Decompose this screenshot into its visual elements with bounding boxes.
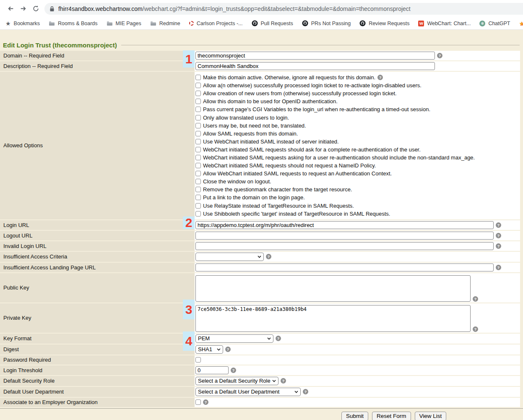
footer-buttons: Submit Reset Form View List bbox=[341, 412, 523, 420]
private-key-row: Private Key 7ce50036-3c3b-11ee-8689-a21a… bbox=[0, 303, 520, 333]
checkbox[interactable] bbox=[195, 139, 201, 144]
bookmark-prs-not-passing[interactable]: PRs Not Passing bbox=[302, 20, 351, 26]
bookmark-carlson-projects[interactable]: Carlson Projects -... bbox=[189, 21, 243, 26]
allowed-options-label: Allowed Options bbox=[0, 72, 195, 219]
checkbox[interactable] bbox=[195, 187, 201, 192]
help-icon[interactable]: ? bbox=[496, 243, 501, 249]
browser-chrome: fhirr4sandbox.webchartnow.com/webchart.c… bbox=[0, 0, 523, 30]
option-item: Allow this domain to be used for OpenID … bbox=[195, 97, 475, 105]
option-item: Use Shibboleth specific 'target' instead… bbox=[195, 210, 475, 218]
help-icon[interactable]: ? bbox=[276, 336, 281, 341]
chevron-down-icon bbox=[272, 380, 276, 382]
help-icon[interactable]: ? bbox=[225, 347, 231, 352]
star-icon: ★ bbox=[5, 21, 11, 26]
checkbox[interactable] bbox=[195, 155, 201, 160]
login-url-row: Login URL ? bbox=[0, 220, 520, 230]
password-required-checkbox[interactable] bbox=[195, 357, 201, 363]
checkbox[interactable] bbox=[195, 211, 201, 217]
bookmark-mie-pages[interactable]: MIE Pages bbox=[107, 21, 141, 26]
checkbox[interactable] bbox=[195, 147, 201, 152]
option-item: Users may be, but need not be, translate… bbox=[195, 122, 475, 130]
github-icon bbox=[302, 20, 308, 26]
option-item: Remove the questionmark character from t… bbox=[195, 185, 475, 193]
description-input[interactable] bbox=[195, 62, 435, 70]
insufficient-access-criteria-select[interactable] bbox=[195, 253, 264, 261]
bookmark-chatgpt[interactable]: ✻ ChatGPT bbox=[479, 21, 510, 26]
checkbox[interactable] bbox=[195, 131, 201, 136]
logout-url-row: Logout URL ? bbox=[0, 231, 520, 240]
browser-toolbar: fhirr4sandbox.webchartnow.com/webchart.c… bbox=[0, 0, 523, 17]
login-threshold-input[interactable] bbox=[195, 366, 229, 374]
checkbox[interactable] bbox=[195, 179, 201, 184]
employer-org-row: Associate to an Employer Organization ? bbox=[0, 398, 520, 407]
legend-divider bbox=[121, 45, 520, 45]
checkbox[interactable] bbox=[195, 163, 201, 168]
help-icon[interactable]: ? bbox=[496, 233, 501, 238]
login-threshold-label: Login Threshold bbox=[0, 365, 195, 375]
checkbox[interactable] bbox=[195, 75, 201, 80]
checkbox[interactable] bbox=[195, 99, 201, 104]
help-icon[interactable]: ? bbox=[266, 254, 271, 259]
invalid-login-url-input[interactable] bbox=[195, 242, 494, 250]
public-key-textarea[interactable] bbox=[195, 275, 471, 302]
forward-button[interactable] bbox=[17, 3, 29, 15]
insufficient-access-landing-label: Insufficient Access Landing Page URL bbox=[0, 263, 195, 272]
help-icon[interactable]: ? bbox=[203, 399, 208, 405]
insufficient-access-landing-input[interactable] bbox=[195, 263, 494, 271]
domain-input[interactable] bbox=[195, 52, 435, 60]
help-icon[interactable]: ? bbox=[473, 326, 478, 332]
help-icon[interactable]: ? bbox=[377, 75, 383, 80]
digest-select[interactable]: SHA1 bbox=[195, 345, 223, 354]
bookmark-webchart[interactable]: W WebChart: Chart... bbox=[418, 21, 471, 26]
refresh-button[interactable] bbox=[29, 3, 42, 15]
reset-form-button[interactable]: Reset Form bbox=[372, 412, 411, 420]
bookmark-review-requests[interactable]: Review Requests bbox=[359, 20, 409, 26]
bookmark-acc[interactable]: ★ Acc bbox=[519, 21, 523, 26]
login-url-input[interactable] bbox=[195, 221, 494, 229]
checkbox[interactable] bbox=[195, 203, 201, 209]
bookmarks-bar: ★ Bookmarks Rooms & Boards MIE Pages Red… bbox=[0, 17, 523, 30]
checkbox[interactable] bbox=[195, 91, 201, 96]
insufficient-access-criteria-label: Insufficient Access Criteria bbox=[0, 252, 195, 262]
checkbox[interactable] bbox=[195, 123, 201, 128]
checkbox[interactable] bbox=[195, 171, 201, 176]
checkbox[interactable] bbox=[195, 83, 201, 88]
submit-button[interactable]: Submit bbox=[341, 412, 368, 420]
domain-label: Domain -- Required Field bbox=[0, 51, 195, 60]
github-icon bbox=[252, 20, 258, 26]
help-icon[interactable]: ? bbox=[303, 389, 308, 394]
chevron-down-icon bbox=[258, 256, 261, 258]
bookmark-pull-requests[interactable]: Pull Requests bbox=[252, 20, 293, 26]
help-icon[interactable]: ? bbox=[473, 296, 478, 302]
key-format-select[interactable]: PEM bbox=[195, 334, 273, 343]
logout-url-input[interactable] bbox=[195, 232, 494, 240]
back-button[interactable] bbox=[4, 3, 17, 15]
bookmark-redmine[interactable]: Redmine bbox=[150, 21, 180, 26]
checkbox[interactable] bbox=[195, 195, 201, 200]
option-item: WebChart initiated SAML requests asking … bbox=[195, 154, 475, 162]
default-user-department-label: Default User Department bbox=[0, 387, 195, 397]
help-icon[interactable]: ? bbox=[496, 265, 501, 270]
option-item: Pass current page's CGI Variables to the… bbox=[195, 105, 475, 113]
bookmark-bookmarks[interactable]: ★ Bookmarks bbox=[5, 21, 40, 26]
employer-org-checkbox[interactable] bbox=[195, 399, 201, 405]
annotation-marker-3: 3 bbox=[183, 300, 195, 319]
url-path: /webchart.cgi?f=admin&t=login_trusts&opp… bbox=[143, 5, 411, 12]
address-bar[interactable]: fhirr4sandbox.webchartnow.com/webchart.c… bbox=[44, 3, 523, 15]
default-user-department-row: Default User Department Select a Default… bbox=[0, 387, 520, 397]
url-domain: fhirr4sandbox.webchartnow.com bbox=[58, 5, 143, 12]
refresh-icon bbox=[32, 5, 39, 12]
checkbox[interactable] bbox=[195, 115, 201, 120]
password-required-row: Password Required bbox=[0, 355, 520, 365]
view-list-button[interactable]: View List bbox=[415, 412, 447, 420]
help-icon[interactable]: ? bbox=[496, 222, 501, 228]
bookmark-label: WebChart: Chart... bbox=[427, 21, 471, 26]
help-icon[interactable]: ? bbox=[231, 368, 236, 373]
private-key-textarea[interactable]: 7ce50036-3c3b-11ee-8689-a21a380b19b4 bbox=[195, 305, 471, 332]
help-icon[interactable]: ? bbox=[437, 53, 442, 58]
help-icon[interactable]: ? bbox=[281, 378, 286, 383]
bookmark-rooms-boards[interactable]: Rooms & Boards bbox=[49, 21, 97, 26]
default-security-role-select[interactable]: Select a Default Security Role bbox=[195, 377, 278, 385]
checkbox[interactable] bbox=[195, 107, 201, 112]
default-user-department-select[interactable]: Select a Default User Department bbox=[195, 388, 301, 396]
